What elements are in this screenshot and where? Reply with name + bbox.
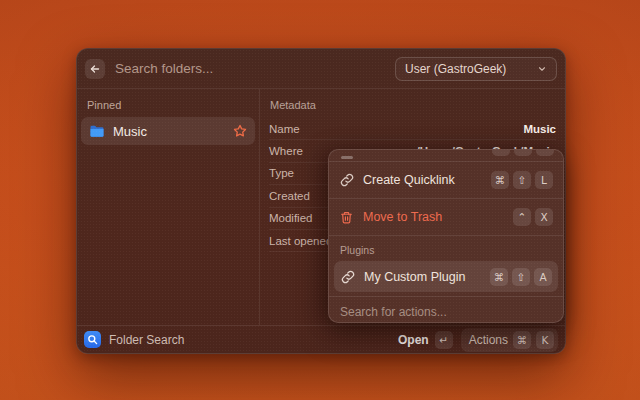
open-label: Open xyxy=(398,333,429,347)
l-key: L xyxy=(535,171,553,189)
a-key: A xyxy=(534,268,552,286)
metadata-label: Where xyxy=(269,145,303,157)
menu-item-label: Create Quicklink xyxy=(363,173,482,187)
metadata-heading: Metadata xyxy=(269,93,556,118)
back-button[interactable] xyxy=(85,59,105,79)
pin-star-icon[interactable] xyxy=(233,124,247,138)
metadata-label: Type xyxy=(269,167,294,179)
search-icon xyxy=(87,334,98,345)
metadata-label: Name xyxy=(269,123,300,135)
actions-button[interactable]: Actions ⌘ K xyxy=(461,328,558,352)
open-button[interactable]: Open ↵ xyxy=(398,331,453,349)
clipped-icon xyxy=(341,156,353,159)
menu-item-move-to-trash[interactable]: Move to Trash ⌃ X xyxy=(329,199,563,235)
actions-search-row xyxy=(329,297,563,323)
folder-search-app-icon xyxy=(84,331,101,348)
footer-bar: Folder Search Open ↵ Actions ⌘ K xyxy=(77,325,565,353)
metadata-label: Modified xyxy=(269,212,312,224)
pinned-section-label: Pinned xyxy=(81,95,255,117)
metadata-row-name: Name Music xyxy=(269,118,556,140)
search-folders-input[interactable] xyxy=(115,61,395,76)
metadata-label: Created xyxy=(269,190,310,202)
folder-search-window: User (GastroGeek) Pinned Music Metadata … xyxy=(76,48,566,354)
actions-label: Actions xyxy=(469,333,508,347)
trash-icon xyxy=(340,211,353,224)
chevron-down-icon xyxy=(537,64,547,74)
menu-item-label: My Custom Plugin xyxy=(364,270,481,284)
sidebar-item-music[interactable]: Music xyxy=(81,117,255,145)
shift-key: ⇧ xyxy=(512,268,530,286)
x-key: X xyxy=(535,208,553,226)
cmd-key: ⌘ xyxy=(490,268,508,286)
k-key: K xyxy=(536,331,554,349)
metadata-label: Last opened xyxy=(269,235,332,247)
clipped-key xyxy=(514,150,532,156)
return-key: ↵ xyxy=(435,331,453,349)
actions-menu-clipped-item[interactable] xyxy=(329,150,563,161)
menu-item-create-quicklink[interactable]: Create Quicklink ⌘ ⇧ L xyxy=(329,162,563,198)
clipped-key xyxy=(492,150,510,156)
user-dropdown[interactable]: User (GastroGeek) xyxy=(395,57,557,81)
clipped-key xyxy=(536,150,554,156)
user-dropdown-value: User (GastroGeek) xyxy=(405,62,531,76)
shift-key: ⇧ xyxy=(513,171,531,189)
menu-item-my-custom-plugin[interactable]: My Custom Plugin ⌘ ⇧ A xyxy=(334,261,558,292)
sidebar: Pinned Music xyxy=(77,89,260,325)
link-icon xyxy=(340,173,354,187)
window-header: User (GastroGeek) xyxy=(77,49,565,89)
sidebar-item-label: Music xyxy=(113,124,225,139)
footer-app-label: Folder Search xyxy=(109,333,390,347)
actions-menu: Create Quicklink ⌘ ⇧ L Move to Trash ⌃ X… xyxy=(328,149,564,323)
folder-icon xyxy=(89,125,105,138)
actions-search-input[interactable] xyxy=(340,305,552,319)
cmd-key: ⌘ xyxy=(491,171,509,189)
link-icon xyxy=(341,270,355,284)
menu-item-label: Move to Trash xyxy=(363,210,504,224)
plugins-section-label: Plugins xyxy=(329,236,563,259)
ctrl-key: ⌃ xyxy=(513,208,531,226)
cmd-key: ⌘ xyxy=(513,331,531,349)
back-arrow-icon xyxy=(89,63,101,75)
metadata-value: Music xyxy=(523,123,556,135)
